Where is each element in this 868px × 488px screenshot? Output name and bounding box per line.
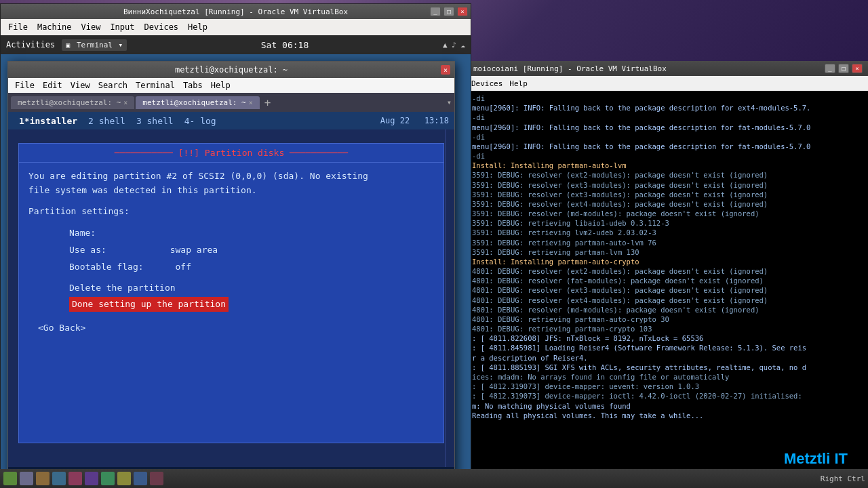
log-line: m: No matching physical volumes found bbox=[472, 401, 864, 411]
vbox-menu-help[interactable]: Help bbox=[184, 22, 212, 33]
taskbar-icon-4[interactable] bbox=[52, 472, 66, 485]
log-close-btn[interactable]: × bbox=[852, 64, 863, 73]
log-line: 3591: DEBUG: retrieving libaio1-udeb 0.3… bbox=[472, 218, 864, 228]
installer-tab-3[interactable]: 3 shell bbox=[131, 116, 179, 126]
partition-done-option[interactable]: Done setting up the partition bbox=[69, 297, 434, 312]
vbox-menu-machine[interactable]: Machine bbox=[33, 22, 76, 33]
gnome-panel-left: Activities ▣ Terminal ▾ bbox=[6, 39, 127, 51]
terminal-scrollbar[interactable] bbox=[445, 129, 454, 467]
log-line: r a description of Reiser4. bbox=[472, 353, 864, 363]
terminal-tab-1-close[interactable]: × bbox=[123, 99, 127, 106]
installer-date: Aug 22 bbox=[380, 116, 410, 125]
taskbar-icon-5[interactable] bbox=[68, 472, 82, 485]
terminal-tab-2-close[interactable]: × bbox=[249, 99, 253, 106]
log-menu-devices[interactable]: Devices bbox=[471, 79, 502, 88]
log-line: -di bbox=[472, 94, 864, 103]
terminal-close-btn[interactable]: × bbox=[441, 65, 450, 75]
installer-tab-1[interactable]: 1*installer bbox=[14, 116, 83, 126]
log-line: 4801: DEBUG: retrieving partman-auto-cry… bbox=[472, 314, 864, 324]
taskbar-icon-10[interactable] bbox=[150, 472, 163, 485]
terminal-content: ─────────── [!!] Partition disks ───────… bbox=[8, 129, 454, 467]
chevron-down-icon[interactable]: ▾ bbox=[119, 41, 123, 49]
terminal-tab-2-label: metztli@xochiquetzal: ~ bbox=[142, 98, 245, 107]
taskbar-icon-8[interactable] bbox=[117, 472, 131, 485]
partition-options: Name: Use as: swap area Bootable flag: bbox=[28, 225, 434, 312]
go-back-btn[interactable]: <Go Back> bbox=[28, 319, 434, 338]
log-restore-btn[interactable]: □ bbox=[838, 64, 849, 73]
watermark: Metztli IT bbox=[784, 450, 848, 468]
log-minimize-btn[interactable]: _ bbox=[825, 64, 835, 73]
taskbar-icon-1[interactable] bbox=[3, 472, 17, 485]
partition-use-as-row[interactable]: Use as: swap area bbox=[69, 242, 434, 259]
log-line: 4801: DEBUG: resolver (ext4-modules): pa… bbox=[472, 296, 864, 305]
use-as-value: swap area bbox=[170, 245, 218, 255]
name-label: Name: bbox=[69, 228, 96, 238]
vbox-close-btn[interactable]: × bbox=[457, 7, 468, 16]
gnome-panel-right: ▲ ♪ ☁ bbox=[443, 41, 465, 49]
vbox-menu-devices[interactable]: Devices bbox=[140, 22, 183, 33]
terminal-titlebar: metztli@xochiquetzal: ~ × bbox=[8, 62, 454, 78]
vbox-menubar: File Machine View Input Devices Help bbox=[1, 19, 471, 35]
vm-content: Activities ▣ Terminal ▾ Sat 06:18 ▲ ♪ ☁ … bbox=[1, 35, 471, 487]
terminal-tabs-bar: metztli@xochiquetzal: ~ × metztli@xochiq… bbox=[8, 93, 454, 112]
partition-name-row: Name: bbox=[69, 225, 434, 242]
log-line: 3591: DEBUG: resolver (ext3-modules): pa… bbox=[472, 190, 864, 199]
log-line: : [ 4811.885193] SGI XFS with ACLs, secu… bbox=[472, 363, 864, 372]
log-vbox-menubar: Devices Help bbox=[468, 76, 868, 91]
term-menu-terminal[interactable]: Terminal bbox=[132, 80, 178, 91]
terminal-tabs-dropdown[interactable]: ▾ bbox=[447, 98, 452, 107]
vbox-menu-input[interactable]: Input bbox=[106, 22, 138, 33]
log-line: ices: mdadm: No arrays found in config f… bbox=[472, 372, 864, 382]
log-line: Reading all physical volumes. This may t… bbox=[472, 411, 864, 420]
taskbar-icon-7[interactable] bbox=[101, 472, 115, 485]
taskbar-icon-6[interactable] bbox=[85, 472, 98, 485]
partition-dialog-body: You are editing partition #2 of SCSI2 (0… bbox=[19, 163, 443, 345]
partition-bootable-row[interactable]: Bootable flag: off bbox=[69, 259, 434, 276]
terminal-title: metztli@xochiquetzal: ~ bbox=[175, 65, 288, 75]
vbox-restore-btn[interactable]: □ bbox=[443, 7, 454, 16]
term-menu-view[interactable]: View bbox=[67, 80, 94, 91]
term-menu-file[interactable]: File bbox=[12, 80, 38, 91]
installer-tab-4[interactable]: 4- log bbox=[179, 116, 222, 126]
log-line: 4801: DEBUG: retrieving partman-crypto 1… bbox=[472, 324, 864, 333]
taskbar-icon-2[interactable] bbox=[20, 472, 33, 485]
log-vbox-titlebar: moiocoiani [Running] - Oracle VM Virtual… bbox=[468, 61, 868, 76]
gnome-terminal-label[interactable]: Terminal bbox=[77, 41, 113, 49]
log-virtualbox-window: moiocoiani [Running] - Oracle VM Virtual… bbox=[468, 61, 868, 488]
log-line: menu[2960]: INFO: Falling back to the pa… bbox=[472, 123, 864, 132]
log-line: 3591: DEBUG: resolver (ext2-modules): pa… bbox=[472, 170, 864, 180]
log-line: -di bbox=[472, 151, 864, 161]
log-vbox-title: moiocoiani [Running] - Oracle VM Virtual… bbox=[473, 64, 667, 73]
gnome-activities[interactable]: Activities bbox=[6, 40, 55, 49]
vbox-menu-file[interactable]: File bbox=[4, 22, 32, 33]
log-line: : [ 4811.845981] Loading Reiser4 (Softwa… bbox=[472, 343, 864, 352]
term-menu-tabs[interactable]: Tabs bbox=[180, 80, 206, 91]
vbox-minimize-btn[interactable]: _ bbox=[430, 7, 441, 16]
partition-delete-option[interactable]: Delete the partition bbox=[69, 281, 434, 296]
term-menu-edit[interactable]: Edit bbox=[39, 80, 66, 91]
bootable-label: Bootable flag: bbox=[69, 262, 144, 272]
taskbar-icon-3[interactable] bbox=[36, 472, 50, 485]
vbox-title: ВинниXochiquetzal [Running] - Oracle VM … bbox=[123, 7, 348, 16]
log-line: Install: Installing partman-auto-crypto bbox=[472, 257, 864, 266]
log-menu-help[interactable]: Help bbox=[509, 79, 528, 88]
installer-tabs-bar: 1*installer 2 shell 3 shell 4- log Aug 2… bbox=[8, 112, 454, 129]
term-menu-search[interactable]: Search bbox=[95, 80, 131, 91]
installer-tabs-left: 1*installer 2 shell 3 shell 4- log bbox=[14, 116, 222, 126]
vbox-menu-view[interactable]: View bbox=[77, 22, 104, 33]
terminal-add-tab-btn[interactable]: + bbox=[261, 96, 275, 109]
vbox-titlebar: ВинниXochiquetzal [Running] - Oracle VM … bbox=[1, 4, 471, 19]
terminal-tab-1[interactable]: metztli@xochiquetzal: ~ × bbox=[11, 96, 134, 109]
gnome-time: Sat 06:18 bbox=[261, 40, 309, 50]
taskbar-icon-9[interactable] bbox=[134, 472, 147, 485]
terminal-tab-2[interactable]: metztli@xochiquetzal: ~ × bbox=[136, 96, 259, 109]
log-line: 3591: DEBUG: retrieving partman-lvm 130 bbox=[472, 247, 864, 257]
log-line: -di bbox=[472, 113, 864, 122]
log-line: -di bbox=[472, 132, 864, 142]
log-line: : [ 4811.822608] JFS: nTxBlock = 8192, n… bbox=[472, 333, 864, 343]
watermark-text: Metztli IT bbox=[784, 450, 848, 467]
terminal-tab-1-label: metztli@xochiquetzal: ~ bbox=[18, 98, 121, 107]
installer-tab-2[interactable]: 2 shell bbox=[83, 116, 131, 126]
partition-settings-label: Partition settings: bbox=[28, 205, 434, 219]
term-menu-help[interactable]: Help bbox=[208, 80, 234, 91]
